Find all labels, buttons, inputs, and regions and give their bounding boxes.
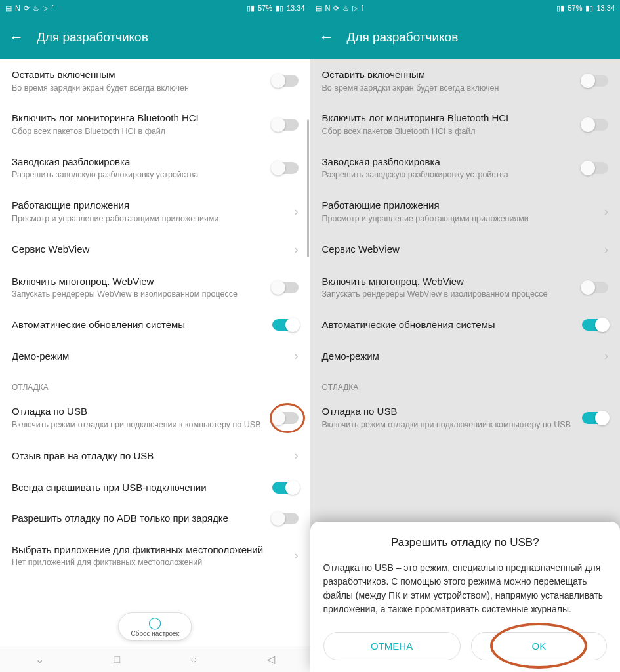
nav-back-icon[interactable]: ◁ [267,653,275,665]
row-title: Включить лог мониторинга Bluetooth HCI [12,112,264,125]
nfc-icon: N [15,5,20,12]
row-title: Заводская разблокировка [12,156,264,169]
reset-icon: ◯ [148,617,161,629]
toggle-stay-awake[interactable] [582,75,608,87]
toggle-usb-debug[interactable] [582,412,608,424]
row-subtitle: Включить режим отладки при подключении к… [12,419,264,430]
status-bar: ▤ N ⟳ ♨ ▷ f ▯▮ 57% ▮▯ 13:34 [0,0,310,16]
notif-icon: ▤ [5,5,12,12]
setting-webview-multi[interactable]: Включить многопроц. WebViewЗапускать рен… [310,266,621,309]
toggle-webview-multi[interactable] [272,282,299,293]
chevron-right-icon: › [295,243,299,257]
setting-revoke-usb[interactable]: Отзыв прав на отладку по USB› [0,440,310,472]
status-left: ▤ N ⟳ ♨ ▷ f [316,5,363,12]
row-subtitle: Запускать рендереры WebView в изолирован… [12,289,264,300]
setting-running-apps[interactable]: Работающие приложенияПросмотр и управлен… [0,190,310,233]
cancel-button[interactable]: ОТМЕНА [323,632,461,660]
row-title: Включить многопроц. WebView [322,275,575,288]
battery-icon: ▮▯ [585,5,593,12]
setting-webview-service[interactable]: Сервис WebView› [310,234,621,266]
vibrate-icon: ▯▮ [247,5,255,12]
setting-bt-hci-log[interactable]: Включить лог мониторинга Bluetooth HCIСб… [310,102,621,146]
setting-auto-update[interactable]: Автоматические обновления системы [310,309,621,341]
setting-adb-charging[interactable]: Разрешить отладку по ADB только при заря… [0,503,310,534]
page-title: Для разработчиков [347,30,459,45]
setting-bt-hci-log[interactable]: Включить лог мониторинга Bluetooth HCIСб… [0,102,310,146]
chevron-right-icon: › [295,549,299,562]
app-bar: ← Для разработчиков [0,16,310,59]
back-arrow-icon[interactable]: ← [320,29,334,46]
setting-usb-debug[interactable]: Отладка по USBВключить режим отладки при… [0,396,310,439]
row-subtitle: Разрешить заводскую разблокировку устрой… [12,169,264,180]
setting-demo-mode[interactable]: Демо-режим› [310,340,621,372]
toggle-auto-update[interactable] [582,319,608,331]
chevron-right-icon: › [604,205,608,219]
row-title: Автоматические обновления системы [322,318,575,331]
setting-stay-awake[interactable]: Оставить включеннымВо время зарядки экра… [310,59,621,102]
nav-down-icon[interactable]: ⌄ [35,653,44,665]
toggle-usb-debug[interactable] [272,412,299,424]
sync-icon: ⟳ [333,5,339,12]
battery-pct: 57% [258,4,272,12]
ok-button[interactable]: OK [471,632,607,660]
row-subtitle: Включить режим отладки при подключении к… [322,419,575,430]
settings-list[interactable]: Оставить включеннымВо время зарядки экра… [0,59,310,646]
setting-always-ask-usb[interactable]: Всегда спрашивать при USB-подключении [0,472,310,503]
chevron-right-icon: › [295,349,299,363]
setting-demo-mode[interactable]: Демо-режим› [0,340,310,372]
chevron-right-icon: › [604,349,608,363]
usb-icon: ♨ [33,5,39,12]
row-subtitle: Просмотр и управление работающими прилож… [12,213,287,224]
phone-right: ▤ N ⟳ ♨ ▷ f ▯▮ 57% ▮▯ 13:34 ← Для разраб… [310,0,621,672]
clock: 13:34 [287,4,305,12]
facebook-icon: f [361,5,363,12]
row-subtitle: Сбор всех пакетов Bluetooth HCI в файл [322,126,575,137]
row-subtitle: Сбор всех пакетов Bluetooth HCI в файл [12,126,264,137]
setting-usb-debug[interactable]: Отладка по USBВключить режим отладки при… [310,396,621,439]
toggle-oem-unlock[interactable] [582,162,608,174]
row-title: Отладка по USB [12,405,264,418]
reset-pill[interactable]: ◯ Сброс настроек [118,612,192,640]
usb-debug-dialog: Разрешить отладку по USB? Отладка по USB… [310,522,621,672]
chevron-right-icon: › [295,205,299,219]
toggle-always-ask-usb[interactable] [272,482,299,494]
notif-icon: ▤ [316,5,322,12]
clock: 13:34 [596,4,615,12]
setting-auto-update[interactable]: Автоматические обновления системы [0,309,310,341]
row-subtitle: Запускать рендереры WebView в изолирован… [322,289,575,300]
setting-webview-multi[interactable]: Включить многопроц. WebViewЗапускать рен… [0,266,310,309]
chevron-right-icon: › [604,243,608,257]
row-title: Включить лог мониторинга Bluetooth HCI [322,112,575,125]
setting-mock-location[interactable]: Выбрать приложение для фиктивных местопо… [0,534,310,578]
nav-bar: ⌄ □ ○ ◁ [0,646,310,672]
toggle-bt-hci-log[interactable] [272,119,299,131]
nav-recent-icon[interactable]: □ [114,654,121,665]
row-title: Работающие приложения [12,199,287,212]
row-title: Разрешить отладку по ADB только при заря… [12,512,264,525]
setting-oem-unlock[interactable]: Заводская разблокировкаРазрешить заводск… [0,146,310,190]
status-right: ▯▮ 57% ▮▯ 13:34 [247,4,305,12]
setting-oem-unlock[interactable]: Заводская разблокировкаРазрешить заводск… [310,146,621,190]
setting-running-apps[interactable]: Работающие приложенияПросмотр и управлен… [310,190,621,233]
back-arrow-icon[interactable]: ← [9,29,24,46]
toggle-adb-charging[interactable] [272,513,299,524]
reset-label: Сброс настроек [131,630,179,637]
toggle-bt-hci-log[interactable] [582,119,608,131]
status-left: ▤ N ⟳ ♨ ▷ f [5,5,53,12]
toggle-oem-unlock[interactable] [272,162,299,174]
vibrate-icon: ▯▮ [556,5,564,12]
toggle-webview-multi[interactable] [582,282,608,293]
dialog-buttons: ОТМЕНА OK [323,632,608,660]
page-title: Для разработчиков [37,30,148,45]
row-subtitle: Нет приложений для фиктивных местоположе… [12,557,287,568]
row-subtitle: Разрешить заводскую разблокировку устрой… [322,169,575,180]
row-subtitle: Просмотр и управление работающими прилож… [322,213,597,224]
row-subtitle: Во время зарядки экран будет всегда вклю… [12,83,264,94]
toggle-auto-update[interactable] [272,319,299,331]
row-title: Сервис WebView [12,243,287,256]
setting-webview-service[interactable]: Сервис WebView› [0,234,310,266]
setting-stay-awake[interactable]: Оставить включеннымВо время зарядки экра… [0,59,310,102]
toggle-stay-awake[interactable] [272,75,299,87]
row-title: Демо-режим [322,350,597,363]
nav-home-icon[interactable]: ○ [190,654,197,665]
